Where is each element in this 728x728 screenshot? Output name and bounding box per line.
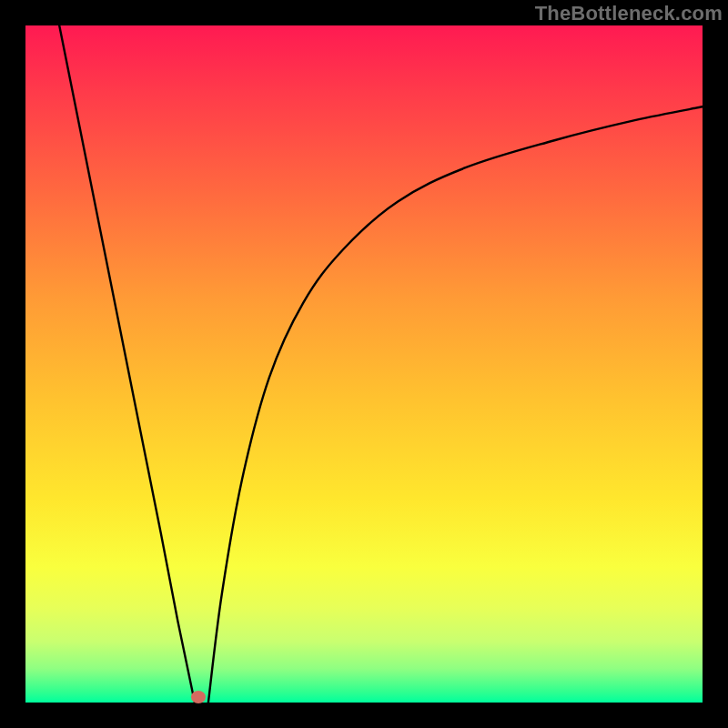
curve-left-branch xyxy=(59,25,195,703)
watermark-text: TheBottleneck.com xyxy=(535,2,723,25)
bottleneck-curve xyxy=(25,25,703,703)
curve-right-branch xyxy=(208,106,703,703)
chart-frame: TheBottleneck.com xyxy=(0,0,728,728)
bottleneck-marker xyxy=(191,691,206,703)
